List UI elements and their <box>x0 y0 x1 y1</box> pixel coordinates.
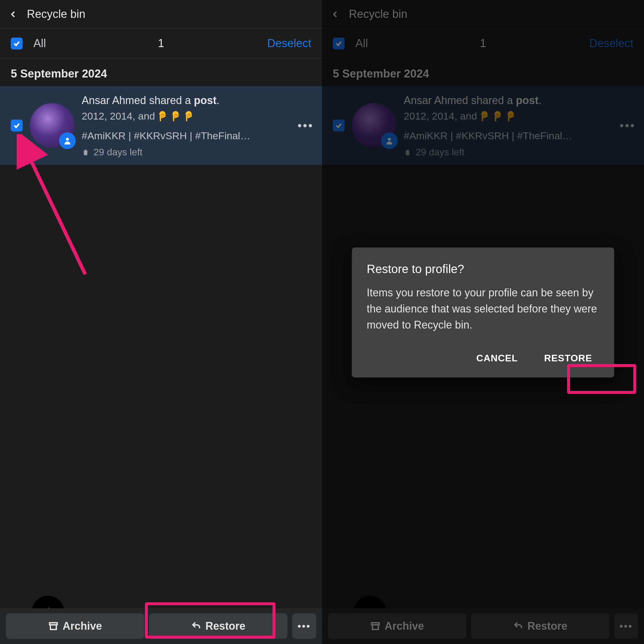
bottom-bar: Archive Restore ••• <box>0 608 322 644</box>
trash-icon <box>82 148 89 156</box>
post-checkbox[interactable] <box>333 120 345 131</box>
dialog-cancel-button[interactable]: CANCEL <box>469 347 525 370</box>
restore-button[interactable]: Restore <box>471 613 609 639</box>
dialog-body: Items you restore to your profile can be… <box>367 285 599 333</box>
post-more-button[interactable]: ••• <box>620 119 636 132</box>
header: Recycle bin <box>322 0 644 29</box>
undo-icon <box>513 621 523 631</box>
post-body: Ansar Ahmed shared a post. 2012, 2014, a… <box>82 93 315 158</box>
page-title: Recycle bin <box>349 8 407 21</box>
archive-button[interactable]: Archive <box>6 613 144 639</box>
dialog-restore-button[interactable]: RESTORE <box>537 347 599 370</box>
post-heading: Ansar Ahmed shared a post. <box>404 93 637 108</box>
archive-button[interactable]: Archive <box>328 613 466 639</box>
post-hashtags: #AmiKKR | #KKRvSRH | #TheFinal… <box>404 129 637 143</box>
date-header: 5 September 2024 <box>0 58 322 86</box>
post-item[interactable]: Ansar Ahmed shared a post. 2012, 2014, a… <box>322 86 644 165</box>
post-body: Ansar Ahmed shared a post. 2012, 2014, a… <box>404 93 637 158</box>
post-more-button[interactable]: ••• <box>298 119 314 132</box>
screen-left: Recycle bin All 1 Deselect 5 September 2… <box>0 0 322 644</box>
deselect-button[interactable]: Deselect <box>589 37 633 50</box>
pointing-down-icon: ☝ <box>156 109 168 123</box>
pointing-down-icon: ☝ <box>169 109 181 123</box>
pointing-down-icon: ☝ <box>478 109 490 123</box>
svg-point-0 <box>66 138 69 141</box>
back-button[interactable] <box>328 7 343 22</box>
audience-badge-icon <box>381 132 398 149</box>
archive-icon <box>48 621 58 631</box>
back-button[interactable] <box>6 7 21 22</box>
post-item[interactable]: Ansar Ahmed shared a post. 2012, 2014, a… <box>0 86 322 165</box>
undo-icon <box>191 621 201 631</box>
post-time-left: 29 days left <box>404 147 637 158</box>
post-subheading: 2012, 2014, and ☝ ☝ ☝ <box>404 109 637 123</box>
audience-badge-icon <box>59 132 76 149</box>
select-all-label: All <box>33 37 46 50</box>
pointing-down-icon: ☝ <box>491 109 503 123</box>
svg-rect-3 <box>50 625 56 630</box>
select-all-label: All <box>355 37 368 50</box>
selection-count: 1 <box>480 37 486 50</box>
selection-bar: All 1 Deselect <box>322 29 644 58</box>
post-subheading: 2012, 2014, and ☝ ☝ ☝ <box>82 109 315 123</box>
date-header: 5 September 2024 <box>322 58 644 86</box>
post-time-left: 29 days left <box>82 147 315 158</box>
pointing-down-icon: ☝ <box>504 109 516 123</box>
post-avatar <box>352 103 397 148</box>
screen-right: Recycle bin All 1 Deselect 5 September 2… <box>322 0 644 644</box>
post-hashtags: #AmiKKR | #KKRvSRH | #TheFinal… <box>82 129 315 143</box>
dialog-actions: CANCEL RESTORE <box>367 347 599 370</box>
deselect-button[interactable]: Deselect <box>267 37 311 50</box>
dialog-title: Restore to profile? <box>367 262 599 276</box>
bottom-bar: Archive Restore ••• <box>322 608 644 644</box>
page-title: Recycle bin <box>27 8 85 21</box>
post-heading: Ansar Ahmed shared a post. <box>82 93 315 108</box>
post-checkbox[interactable] <box>11 120 23 131</box>
more-button[interactable]: ••• <box>614 613 638 639</box>
selection-count: 1 <box>158 37 164 50</box>
restore-button[interactable]: Restore <box>149 613 287 639</box>
svg-rect-6 <box>372 625 378 630</box>
pointing-down-icon: ☝ <box>182 109 194 123</box>
selection-bar: All 1 Deselect <box>0 29 322 58</box>
svg-point-4 <box>388 138 391 141</box>
select-all-checkbox[interactable] <box>11 38 23 49</box>
trash-icon <box>404 148 411 156</box>
archive-icon <box>370 621 380 631</box>
restore-dialog: Restore to profile? Items you restore to… <box>352 247 614 377</box>
select-all-checkbox[interactable] <box>333 38 345 49</box>
more-button[interactable]: ••• <box>292 613 316 639</box>
post-avatar <box>30 103 75 148</box>
header: Recycle bin <box>0 0 322 29</box>
